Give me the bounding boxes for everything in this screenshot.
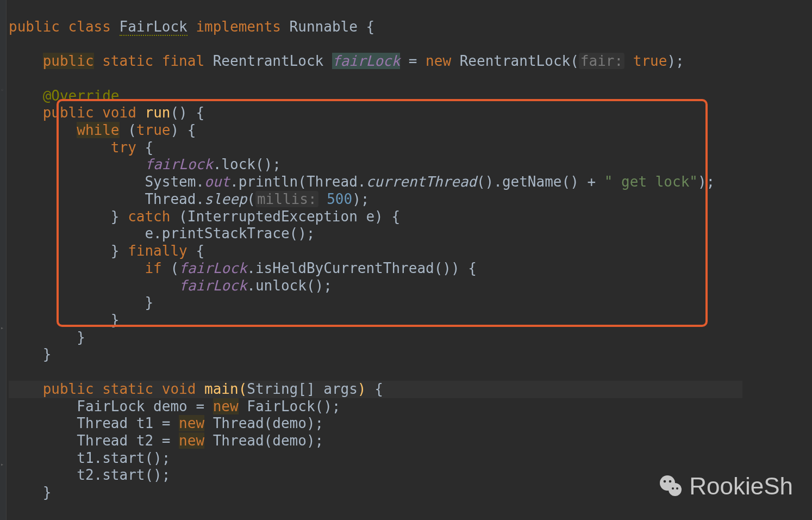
fold-marker-icon: ▸ <box>1 461 6 468</box>
code-line: Thread t1 = new Thread(demo); <box>9 415 323 431</box>
code-line: t2.start(); <box>9 467 170 483</box>
code-line: e.printStackTrace(); <box>9 225 315 242</box>
code-line: } <box>9 312 120 328</box>
watermark-text: RookieSh <box>689 472 793 501</box>
watermark: RookieSh <box>658 472 793 501</box>
override-marker-icon: ◦ <box>1 87 6 94</box>
editor-gutter: ◦ ▸ ▸ <box>0 0 7 520</box>
code-line: while (true) { <box>9 122 196 138</box>
svg-point-4 <box>672 487 674 490</box>
fold-marker-icon: ▸ <box>1 325 6 331</box>
code-line: } finally { <box>9 243 204 259</box>
code-line: System.out.println(Thread.currentThread(… <box>9 174 715 190</box>
code-line: FairLock demo = new FairLock(); <box>9 398 341 414</box>
code-line: if (fairLock.isHeldByCurrentThread()) { <box>9 260 477 276</box>
svg-point-3 <box>669 480 672 483</box>
code-line: } <box>9 329 85 345</box>
code-line: } <box>9 294 153 311</box>
svg-point-2 <box>664 480 666 483</box>
code-line: fairLock.unlock(); <box>9 277 332 294</box>
code-line: Thread.sleep(millis: 500); <box>9 191 369 207</box>
code-line: t1.start(); <box>9 450 170 466</box>
wechat-icon <box>658 473 684 499</box>
code-line: fairLock.lock(); <box>9 156 281 172</box>
code-line: Thread t2 = new Thread(demo); <box>9 432 323 449</box>
code-editor[interactable]: public class FairLock implements Runnabl… <box>9 1 742 502</box>
code-line: public void run() { <box>9 104 204 121</box>
code-line: } <box>9 484 51 500</box>
code-line: } catch (InterruptedException e) { <box>9 208 400 225</box>
code-line: public static final ReentrantLock fairLo… <box>9 53 684 69</box>
svg-point-1 <box>669 483 682 496</box>
code-line: try { <box>9 139 153 156</box>
code-line: @Override <box>9 88 120 104</box>
svg-point-5 <box>676 487 678 490</box>
code-line: } <box>9 346 51 362</box>
code-line: public class FairLock implements Runnabl… <box>9 18 374 36</box>
code-line-highlighted: public static void main(String[] args) { <box>9 381 742 398</box>
